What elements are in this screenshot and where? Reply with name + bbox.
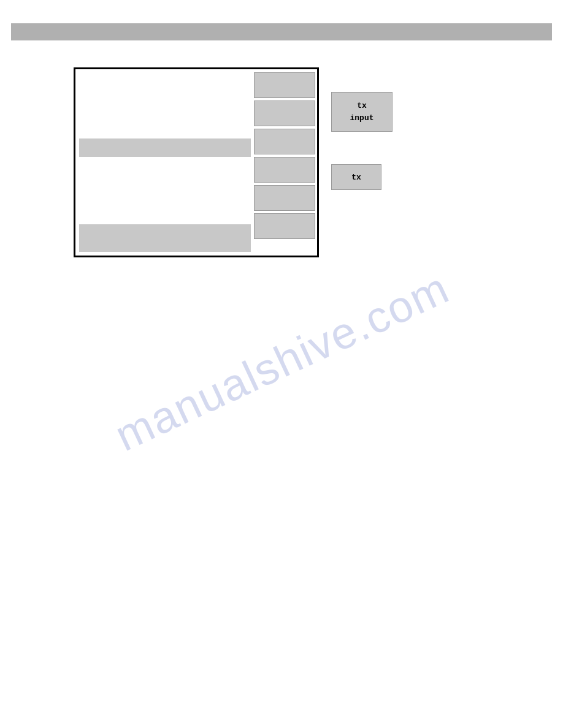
inner-button-1[interactable] [254,72,315,98]
header-bar [11,23,552,40]
inner-button-6[interactable] [254,213,315,239]
inner-button-4[interactable] [254,157,315,183]
inner-button-2[interactable] [254,100,315,126]
inner-button-3[interactable] [254,129,315,154]
external-box-tx: tx [331,164,381,190]
gray-block-2 [79,224,251,252]
left-panel [77,71,255,257]
diagram-area [74,67,331,257]
outer-box [74,67,319,257]
right-column [254,71,315,239]
gray-block-1 [79,138,251,157]
external-box-tx-input: tx input [331,92,393,132]
inner-button-5[interactable] [254,185,315,211]
